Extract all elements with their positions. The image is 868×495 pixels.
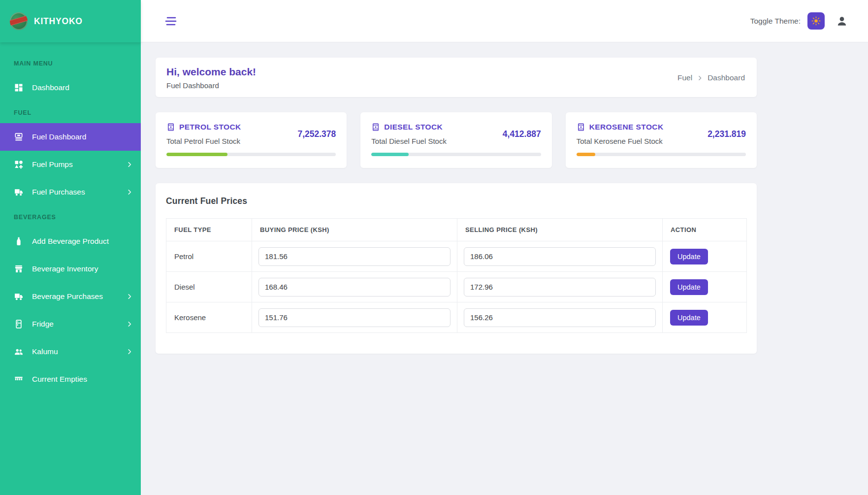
petrol-selling-price-input[interactable]: [464, 247, 656, 266]
sidebar-toggle-button[interactable]: [163, 15, 178, 28]
chevron-right-icon: [126, 348, 133, 355]
diesel-update-button[interactable]: Update: [670, 279, 708, 295]
table-row-diesel: DieselUpdate: [166, 272, 747, 302]
theme-toggle-button[interactable]: [807, 12, 825, 30]
sidebar: KITHYOKO MAIN MENUDashboardFUELFuel Dash…: [0, 0, 141, 495]
fuel-prices-panel: Current Fuel Prices FUEL TYPE BUYING PRI…: [156, 183, 757, 354]
col-header-action: ACTION: [663, 219, 747, 241]
kerosene-selling-price-input[interactable]: [464, 308, 656, 327]
logo-ribbon: [10, 14, 28, 26]
sun-icon: [811, 16, 821, 26]
brand-logo[interactable]: [10, 12, 28, 30]
sidebar-item-label: Fuel Dashboard: [32, 132, 86, 141]
awning-icon: [14, 374, 24, 384]
petrol-stock-card: PETROL STOCKTotal Petrol Fuel Stock7,252…: [156, 112, 347, 168]
dashboard-grid-icon: [14, 83, 24, 93]
stock-card-subtitle: Total Kerosene Fuel Stock: [577, 137, 664, 145]
breadcrumb-item-dashboard: Dashboard: [707, 73, 745, 82]
bottle-icon: [14, 236, 24, 246]
section-label-fuel: FUEL: [0, 101, 141, 123]
storefront-icon: [14, 264, 24, 274]
sidebar-item-label: Beverage Purchases: [32, 292, 103, 301]
stock-cards-row: PETROL STOCKTotal Petrol Fuel Stock7,252…: [156, 112, 757, 168]
sidebar-item-label: Kalumu: [32, 347, 58, 356]
sidebar-item-fuel-pumps[interactable]: Fuel Pumps: [0, 151, 141, 178]
sidebar-item-fuel-purchases[interactable]: Fuel Purchases: [0, 178, 141, 206]
col-header-selling-price: SELLING PRICE (KSH): [457, 219, 663, 241]
barrel-icon: [166, 123, 175, 132]
kerosene-update-button[interactable]: Update: [670, 310, 708, 326]
diesel-buying-price-input[interactable]: [258, 278, 450, 297]
sidebar-item-label: Fridge: [32, 320, 54, 329]
sidebar-item-label: Fuel Pumps: [32, 160, 73, 169]
chevron-right-icon: [126, 189, 133, 196]
stock-progress-fill: [577, 153, 595, 156]
sidebar-item-beverage-inventory[interactable]: Beverage Inventory: [0, 255, 141, 283]
chevron-right-icon: [126, 293, 133, 300]
hamburger-icon: [163, 15, 178, 28]
breadcrumb-item-fuel[interactable]: Fuel: [677, 73, 692, 82]
petrol-buying-price-input[interactable]: [258, 247, 450, 266]
table-row-petrol: PetrolUpdate: [166, 241, 747, 272]
section-label-beverages: BEVERAGES: [0, 206, 141, 228]
col-header-buying-price: BUYING PRICE (KSH): [252, 219, 457, 241]
sidebar-item-label: Fuel Purchases: [32, 188, 85, 197]
page-subtitle: Fuel Dashboard: [166, 81, 256, 90]
sidebar-item-dashboard[interactable]: Dashboard: [0, 74, 141, 101]
sidebar-item-beverage-purchases[interactable]: Beverage Purchases: [0, 283, 141, 310]
shapes-icon: [14, 160, 24, 169]
stock-value: 4,412.887: [503, 129, 541, 139]
diesel-selling-price-input[interactable]: [464, 278, 656, 297]
sidebar-item-label: Current Empties: [32, 375, 87, 384]
fuel-prices-table: FUEL TYPE BUYING PRICE (KSH) SELLING PRI…: [166, 218, 747, 333]
col-header-fuel-type: FUEL TYPE: [166, 219, 252, 241]
stock-card-subtitle: Total Diesel Fuel Stock: [371, 137, 447, 145]
stock-card-title: DIESEL STOCK: [384, 123, 443, 132]
stock-progress-fill: [166, 153, 227, 156]
sidebar-menu: MAIN MENUDashboardFUELFuel DashboardFuel…: [0, 42, 141, 393]
stock-card-title: PETROL STOCK: [179, 123, 241, 132]
sidebar-item-fridge[interactable]: Fridge: [0, 310, 141, 338]
sidebar-item-label: Add Beverage Product: [32, 237, 109, 246]
petrol-update-button[interactable]: Update: [670, 249, 708, 264]
breadcrumb: Fuel Dashboard: [677, 73, 745, 82]
sidebar-item-label: Dashboard: [32, 83, 69, 92]
stock-progress-track: [577, 153, 746, 156]
fuel-type-cell: Kerosene: [166, 302, 252, 333]
page-title: Hi, welcome back!: [166, 66, 256, 78]
truck-icon: [14, 292, 24, 301]
diesel-stock-card: DIESEL STOCKTotal Diesel Fuel Stock4,412…: [360, 112, 551, 168]
chevron-right-icon: [697, 75, 703, 81]
stock-progress-track: [371, 153, 541, 156]
fuel-type-cell: Diesel: [166, 272, 252, 302]
stock-progress-fill: [371, 153, 409, 156]
main-content: Hi, welcome back! Fuel Dashboard Fuel Da…: [141, 42, 868, 495]
topbar: Toggle Theme:: [141, 0, 868, 42]
sidebar-item-add-beverage-product[interactable]: Add Beverage Product: [0, 228, 141, 255]
welcome-card: Hi, welcome back! Fuel Dashboard Fuel Da…: [156, 58, 757, 97]
fridge-icon: [14, 319, 24, 329]
truck-icon: [14, 187, 24, 197]
stock-value: 7,252.378: [297, 129, 336, 139]
chevron-right-icon: [126, 161, 133, 168]
sidebar-item-fuel-dashboard[interactable]: Fuel Dashboard: [0, 123, 141, 151]
kerosene-buying-price-input[interactable]: [258, 308, 450, 327]
user-profile-icon[interactable]: [836, 15, 848, 28]
sidebar-item-kalumu[interactable]: Kalumu: [0, 338, 141, 365]
stock-value: 2,231.819: [707, 129, 746, 139]
barrel-icon: [577, 123, 585, 132]
reader-icon: [14, 132, 24, 142]
people-icon: [14, 347, 24, 357]
toggle-theme-label: Toggle Theme:: [750, 17, 801, 26]
fuel-type-cell: Petrol: [166, 241, 252, 272]
table-row-kerosene: KeroseneUpdate: [166, 302, 747, 333]
stock-card-title: KEROSENE STOCK: [589, 123, 664, 132]
barrel-icon: [371, 123, 380, 132]
sidebar-item-current-empties[interactable]: Current Empties: [0, 365, 141, 393]
brand-name: KITHYOKO: [34, 16, 83, 27]
kerosene-stock-card: KEROSENE STOCKTotal Kerosene Fuel Stock2…: [566, 112, 757, 168]
panel-title: Current Fuel Prices: [166, 196, 746, 206]
chevron-right-icon: [126, 321, 133, 328]
stock-card-subtitle: Total Petrol Fuel Stock: [166, 137, 241, 145]
stock-progress-track: [166, 153, 336, 156]
